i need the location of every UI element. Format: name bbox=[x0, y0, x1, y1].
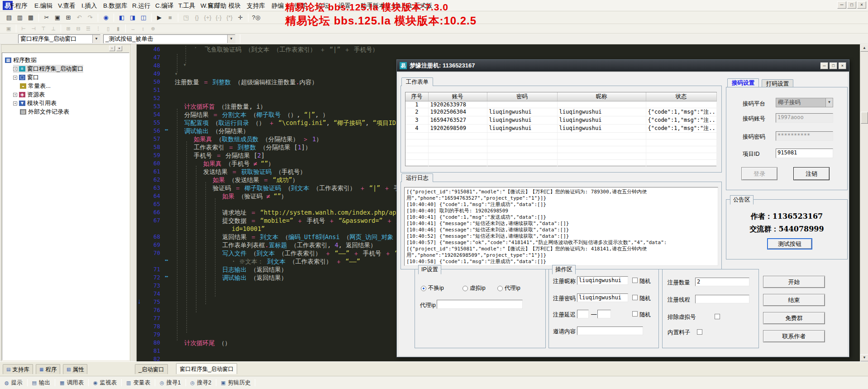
pwd-random-checkbox[interactable] bbox=[632, 295, 638, 300]
table-row[interactable]: 419202698509liuqingwushuiliuqingwushui{"… bbox=[405, 124, 716, 132]
expander-icon[interactable]: + bbox=[13, 76, 17, 80]
radio-dot-icon[interactable] bbox=[463, 286, 468, 291]
find-icon[interactable]: ◉ bbox=[100, 13, 111, 23]
tab-run-log[interactable]: 运行日志 bbox=[401, 173, 433, 182]
nick-random-checkbox[interactable] bbox=[632, 278, 638, 283]
radio-不换ip[interactable]: 不换ip bbox=[421, 284, 444, 292]
brace-expand-icon[interactable]: {+} bbox=[202, 13, 213, 23]
editor-scrollbar[interactable]: ▲ ▼ bbox=[860, 44, 868, 361]
brace-collapse-icon[interactable]: {-} bbox=[213, 13, 224, 23]
same-width-icon[interactable]: ⊞ bbox=[63, 24, 73, 33]
action-button[interactable]: 免费群 bbox=[763, 312, 825, 324]
minimize-icon[interactable]: ─ bbox=[837, 1, 846, 9]
copy-icon[interactable]: ▣ bbox=[52, 13, 63, 23]
panel-tab-支持库[interactable]: ▤支持库 bbox=[3, 364, 33, 374]
radio-代理ip[interactable]: 代理ip bbox=[497, 284, 520, 292]
sms-account-input[interactable]: 1997aooo bbox=[776, 113, 833, 123]
expander-icon[interactable]: + bbox=[13, 93, 17, 97]
reg-nick-input[interactable]: liuqingwushui bbox=[577, 276, 628, 285]
brace-match-icon[interactable]: {*} bbox=[224, 13, 235, 23]
proxy-ip-input[interactable] bbox=[437, 300, 523, 309]
bottom-tool-剪辑历史[interactable]: ▣剪辑历史 bbox=[221, 379, 250, 387]
hand-icon[interactable]: ✛ bbox=[235, 13, 246, 23]
expander-icon[interactable]: + bbox=[13, 101, 17, 106]
project-id-input[interactable]: 915081 bbox=[776, 149, 833, 158]
stop-icon[interactable]: ■ bbox=[165, 13, 176, 23]
platform-select[interactable]: 椰子接码 ▼ bbox=[776, 98, 833, 107]
layout-grid-icon[interactable]: ◫ bbox=[138, 13, 149, 23]
bottom-tool-输出[interactable]: ▤输出 bbox=[32, 379, 50, 387]
menu-item[interactable]: B.数据库 bbox=[103, 2, 127, 10]
test-button[interactable]: 测试按钮 bbox=[767, 238, 812, 250]
worksheet-table[interactable]: 序号账号密码昵称状态119202633978219202506304liuqin… bbox=[405, 92, 717, 166]
frame-icon[interactable]: ◳ bbox=[181, 13, 191, 23]
tab-sms-settings[interactable]: 接码设置 bbox=[727, 78, 759, 87]
bottom-tool-调用表[interactable]: ▦调用表 bbox=[60, 379, 84, 387]
dock-icon[interactable]: ▫ bbox=[109, 46, 115, 51]
bottom-tool-搜寻2[interactable]: ◎搜寻2 bbox=[191, 379, 212, 387]
reg-thread-input[interactable] bbox=[695, 295, 749, 303]
space-v-icon[interactable]: ▮ bbox=[113, 24, 123, 33]
tree-item[interactable]: ▦程序数据 bbox=[5, 56, 37, 64]
login-button[interactable]: 登录 bbox=[741, 167, 777, 180]
table-row[interactable]: 316594763527liuqingwushuiliuqingwushui{"… bbox=[405, 116, 716, 124]
align-bottom-icon[interactable]: ⊥ bbox=[48, 24, 58, 33]
file-tab[interactable]: 窗口程序集_启动窗口 bbox=[176, 363, 237, 374]
undo-icon[interactable]: ↶ bbox=[74, 13, 85, 23]
tree-item[interactable]: ▤外部文件记录表 bbox=[13, 108, 69, 116]
expander-icon[interactable]: + bbox=[13, 67, 17, 71]
same-height-icon[interactable]: ⊟ bbox=[73, 24, 83, 33]
menu-item[interactable]: C.编译 bbox=[155, 2, 174, 10]
tree-item[interactable]: +▢窗口 bbox=[13, 73, 39, 82]
scroll-up-icon[interactable]: ▲ bbox=[860, 44, 868, 52]
radio-虚拟ip[interactable]: 虚拟ip bbox=[463, 284, 486, 292]
scroll-down-icon[interactable]: ▼ bbox=[860, 354, 868, 361]
bottom-tool-监视表[interactable]: ◉监视表 bbox=[93, 379, 117, 387]
radio-dot-icon[interactable] bbox=[421, 286, 426, 291]
menu-item[interactable]: R.运行 bbox=[132, 2, 151, 10]
cut-icon[interactable]: ✂ bbox=[41, 13, 52, 23]
save-icon[interactable]: ▦ bbox=[25, 13, 36, 23]
close-icon[interactable]: × bbox=[839, 62, 846, 69]
menu-item[interactable]: V.查看 bbox=[58, 2, 76, 10]
minimize-icon[interactable]: ─ bbox=[820, 62, 828, 69]
menu-item[interactable]: I.插入 bbox=[81, 2, 97, 10]
fit-width-icon[interactable]: ↔ bbox=[128, 24, 138, 33]
panel-tab-属性[interactable]: ▧属性 bbox=[63, 364, 87, 374]
space-h-icon[interactable]: ▯ bbox=[103, 24, 113, 33]
delay-max-input[interactable] bbox=[597, 310, 611, 318]
align-left-icon[interactable]: ⊢ bbox=[19, 24, 29, 33]
panel-tab-程序[interactable]: ▦程序 bbox=[36, 364, 60, 374]
panel-splitter[interactable] bbox=[131, 44, 137, 362]
bottom-tool-搜寻1[interactable]: ◎搜寻1 bbox=[160, 379, 181, 387]
tree-item[interactable]: ◒常量表... bbox=[13, 82, 51, 90]
tree-item[interactable]: +◈资源表 bbox=[13, 91, 45, 99]
menu-item[interactable]: F.程序 bbox=[10, 2, 28, 10]
run-log-box[interactable]: [{"project_id":"915081","modle":"【微试云】【万… bbox=[404, 187, 718, 266]
close-icon[interactable]: × bbox=[116, 46, 122, 51]
invite-input[interactable] bbox=[577, 327, 643, 335]
reg-count-input[interactable]: 2 bbox=[695, 278, 749, 286]
chevron-down-icon[interactable]: ▼ bbox=[92, 35, 100, 43]
bottom-tool-变量表[interactable]: ▥变量表 bbox=[126, 379, 150, 387]
action-button[interactable]: 联系作者 bbox=[763, 330, 825, 342]
run-icon[interactable]: ▶ bbox=[154, 13, 165, 23]
action-button[interactable]: 结束 bbox=[763, 294, 825, 306]
maximize-icon[interactable]: □ bbox=[847, 1, 856, 9]
sms-password-input[interactable]: ********** bbox=[776, 131, 833, 141]
fit-both-icon[interactable]: ⊕ bbox=[148, 24, 158, 33]
scrollbar-thumb[interactable] bbox=[861, 112, 868, 124]
table-row[interactable]: 219202506304liuqingwushuiliuqingwushui{"… bbox=[405, 108, 716, 116]
menu-item[interactable]: 静编 bbox=[272, 2, 284, 10]
delay-min-input[interactable] bbox=[577, 310, 589, 318]
paste-icon[interactable]: ⊞ bbox=[63, 13, 74, 23]
reg-pwd-input[interactable]: liuqingwushui bbox=[577, 293, 628, 302]
tree-item[interactable]: +▼模块引用表 bbox=[13, 99, 57, 107]
menu-item[interactable]: T.工具 bbox=[178, 2, 196, 10]
align-right-icon[interactable]: ⊣ bbox=[29, 24, 38, 33]
center-h-icon[interactable]: ☰ bbox=[83, 24, 93, 33]
tree-item[interactable]: +≡窗口程序集_启动窗口 bbox=[13, 65, 83, 73]
fit-height-icon[interactable]: ↕ bbox=[138, 24, 148, 33]
close-icon[interactable]: × bbox=[857, 1, 866, 9]
align-top-icon[interactable]: ⊤ bbox=[38, 24, 48, 33]
